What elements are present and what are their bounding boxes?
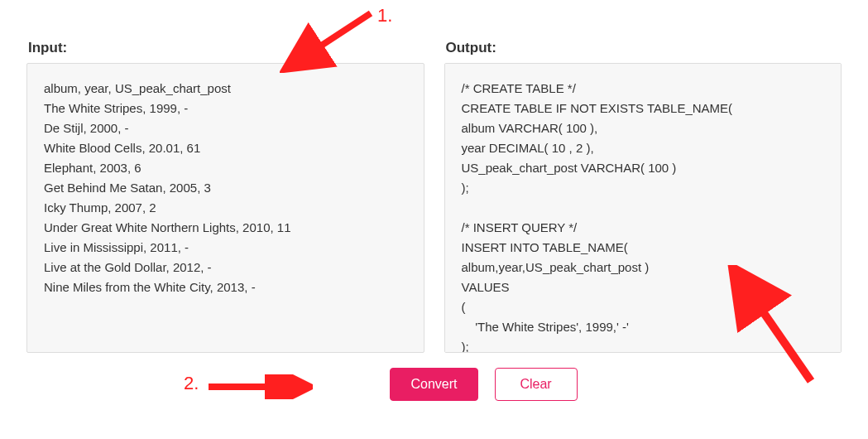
output-textarea[interactable] <box>444 63 842 353</box>
clear-button[interactable]: Clear <box>495 368 578 401</box>
button-row: Convert Clear <box>0 368 868 401</box>
input-panel: Input: <box>26 40 424 353</box>
panels-row: Input: Output: <box>0 0 868 353</box>
convert-button[interactable]: Convert <box>390 368 477 401</box>
input-label: Input: <box>28 40 424 56</box>
output-panel: Output: <box>444 40 842 353</box>
output-label: Output: <box>446 40 842 56</box>
converter-ui: Input: Output: Convert Clear 1. <box>0 0 868 439</box>
input-textarea[interactable] <box>26 63 424 353</box>
